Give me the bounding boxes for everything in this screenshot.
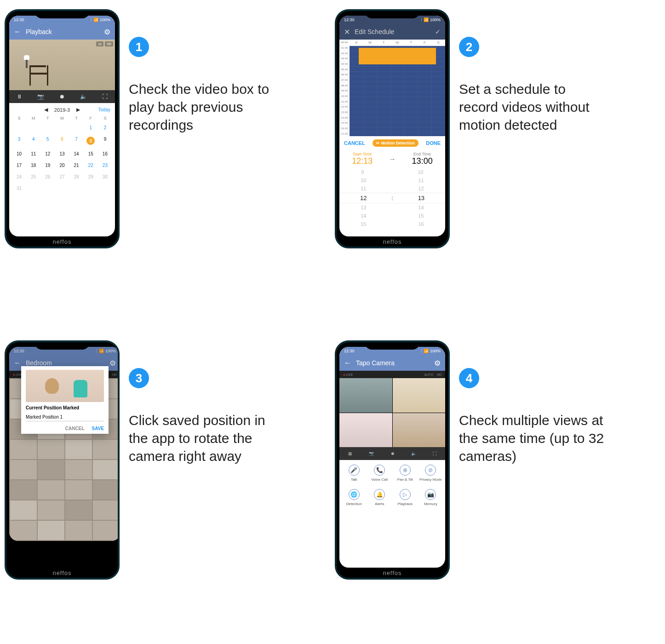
record-icon[interactable]: ⏺ [382,451,403,456]
action-pan-tilt[interactable]: ⊕Pan & Tilt [392,465,418,482]
calendar-day[interactable]: 25 [26,172,40,181]
calendar-day[interactable]: 4 [26,135,40,147]
fullscreen-icon[interactable]: ⛶ [102,93,108,100]
end-time[interactable]: End Time 13:00 [412,152,433,166]
prev-month-icon[interactable]: ◀ [44,107,48,113]
calendar-day[interactable]: 7 [69,135,84,147]
speaker-icon[interactable]: 🔈 [403,451,424,456]
next-month-icon[interactable]: ▶ [76,107,80,113]
calendar-day[interactable] [69,184,84,193]
cancel-button[interactable]: CANCEL [65,426,85,431]
step-caption-4: Check multiple views at the same time (u… [459,411,606,465]
start-time[interactable]: Start Time 12:13 [352,152,373,166]
action-talk[interactable]: 🎤Talk [341,465,367,482]
fullscreen-icon[interactable]: ⛶ [424,451,445,456]
page-title: Playback [26,28,52,35]
cancel-button[interactable]: CANCEL [344,140,365,146]
page-title: Tapo Camera [356,359,395,367]
calendar-day[interactable] [26,184,40,193]
calendar-day[interactable] [26,123,40,132]
camera-actions-grid: 🎤Talk📞Voice Call⊕Pan & Tilt⊘Privacy Mode… [339,460,445,511]
speed-tag[interactable]: 1x [96,41,103,46]
snapshot-icon[interactable]: 📷 [361,451,382,456]
pause-icon[interactable]: ⏸ [17,93,22,100]
schedule-grid[interactable]: 00:0001:0002:0003:0004:0005:0006:0007:00… [339,40,445,136]
calendar-day[interactable]: 11 [26,150,40,158]
action-privacy-mode[interactable]: ⊘Privacy Mode [418,465,444,482]
calendar-day[interactable]: 1 [84,123,98,132]
calendar-day[interactable]: 16 [98,150,112,158]
calendar-day[interactable]: 22 [84,161,98,170]
calendar-day[interactable]: 26 [40,172,55,181]
calendar-day[interactable]: 20 [55,161,69,170]
action-memory[interactable]: 📷Memory [418,489,444,506]
calendar-day[interactable]: 3 [12,135,26,147]
multi-view-grid[interactable] [339,378,445,447]
calendar-day[interactable]: 19 [40,161,55,170]
calendar-grid[interactable]: 1234567891011121314151617181920212223242… [9,122,115,194]
video-controls: ▦ 📷 ⏺ 🔈 ⛶ [339,447,445,460]
calendar-day[interactable]: 2 [98,123,112,132]
calendar-day[interactable]: 28 [69,172,84,181]
video-preview[interactable]: 1x HD [9,40,115,90]
calendar-day[interactable]: 18 [26,161,40,170]
back-icon[interactable]: ← [344,359,351,367]
today-link[interactable]: Today [98,107,110,112]
calendar-day[interactable]: 29 [84,172,98,181]
gear-icon[interactable]: ⚙ [434,359,441,368]
position-name-input[interactable] [26,413,104,421]
camera-tile[interactable] [393,413,446,448]
calendar-day[interactable] [40,184,55,193]
calendar-day[interactable]: 27 [55,172,69,181]
back-icon[interactable]: ← [14,28,21,36]
schedule-block[interactable] [359,48,436,64]
modal-thumbnail [26,370,104,402]
calendar-day[interactable]: 15 [84,150,98,158]
calendar-day[interactable]: 21 [69,161,84,170]
calendar-day[interactable]: 12 [40,150,55,158]
motion-chip[interactable]: ✂ Motion Detection [373,139,418,147]
calendar-day[interactable]: 30 [98,172,112,181]
time-picker-wheel[interactable]: 9101011111212:13131414151516 [339,168,445,228]
video-controls: ⏸ 📷 ⏺ 🔈 ⛶ [9,90,115,103]
speaker-icon[interactable]: 🔈 [80,93,87,100]
calendar-day[interactable]: 31 [12,184,26,193]
calendar-day[interactable] [55,184,69,193]
calendar-day[interactable] [98,184,112,193]
calendar-day[interactable] [40,123,55,132]
confirm-icon[interactable]: ✓ [435,28,441,35]
calendar-day[interactable]: 13 [55,150,69,158]
calendar-day[interactable]: 17 [12,161,26,170]
snapshot-icon[interactable]: 📷 [37,93,44,100]
calendar-day[interactable]: 8 [84,135,98,147]
step-badge-4: 4 [459,368,479,388]
calendar-day[interactable]: 24 [12,172,26,181]
calendar-day[interactable]: 5 [40,135,55,147]
close-icon[interactable]: ✕ [344,28,350,36]
calendar-day[interactable] [69,123,84,132]
camera-tile[interactable] [393,378,446,413]
quality-tag[interactable]: HD [105,41,113,46]
calendar-day[interactable] [12,123,26,132]
modal-scrim[interactable]: Current Position Marked CANCEL SAVE [9,347,120,541]
save-button[interactable]: SAVE [92,426,104,431]
done-button[interactable]: DONE [426,140,441,146]
grid-icon[interactable]: ▦ [339,451,361,456]
calendar-day[interactable]: 23 [98,161,112,170]
calendar-day[interactable]: 14 [69,150,84,158]
calendar-day[interactable]: 9 [98,135,112,147]
calendar-day[interactable]: 10 [12,150,26,158]
month-label[interactable]: 2019-3 [54,107,70,113]
action-detection[interactable]: 🌐Detection [341,489,367,506]
gear-icon[interactable]: ⚙ [104,28,110,36]
action-alerts[interactable]: 🔔Alerts [367,489,393,506]
action-voice-call[interactable]: 📞Voice Call [367,465,393,482]
camera-tile[interactable] [339,378,392,413]
calendar-day[interactable] [84,184,98,193]
record-icon[interactable]: ⏺ [59,93,65,100]
camera-tile[interactable] [339,413,392,448]
calendar-day[interactable]: 6 [55,135,69,147]
action-playback[interactable]: ▷Playback [392,489,418,506]
calendar-day[interactable] [55,123,69,132]
appbar-playback: ← Playback ⚙ [9,24,115,40]
